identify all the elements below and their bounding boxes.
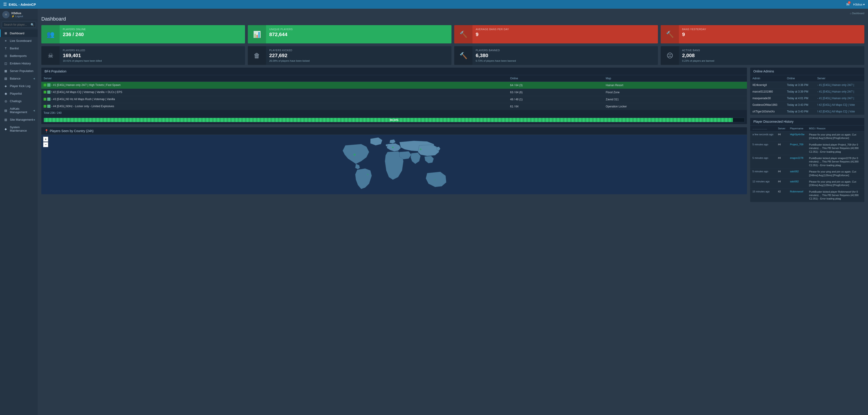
disc-time-cell: 15 minutes ago xyxy=(750,188,776,202)
table-row: masquerade30 Today at 4:01 PM - #1 [E4GL… xyxy=(750,95,864,102)
mail-button[interactable]: ✉ 1 xyxy=(846,2,849,7)
disc-server-cell: #4 xyxy=(776,142,787,155)
sidebar-item-server-population[interactable]: ▦ Server Population xyxy=(0,67,38,75)
left-column: BF4 Population Server Online Map xyxy=(41,68,747,205)
sidebar-item-battlereports[interactable]: ⊟ Battlereports xyxy=(0,52,38,60)
table-row[interactable]: - #4 [E4GL] 60Hz - Locker only - Limited… xyxy=(41,103,747,110)
bans-yesterday-label: BANS YESTERDAY xyxy=(682,28,861,31)
admin-name-cell: marcel31101980 xyxy=(750,88,785,95)
balance-icon: ▧ xyxy=(3,77,8,80)
breadcrumb: ⌂ Dashboard xyxy=(41,12,864,14)
table-row[interactable]: ! #2 [E4GL] All Maps CQ | Votemap | Vani… xyxy=(41,89,747,96)
player-link[interactable]: eragon2278 xyxy=(790,156,803,159)
disc-player-cell[interactable]: HighSp4rr0w xyxy=(787,131,807,142)
bans-yesterday-icon-box: 🔨 xyxy=(661,25,679,43)
stat-players-killed: ☠ PLAYERS KILLED 169,401 19.41% of playe… xyxy=(41,46,245,65)
disc-player-cell[interactable]: Project_709 xyxy=(787,142,807,155)
admin-name-cell: masquerade30 xyxy=(750,95,785,102)
svg-point-2 xyxy=(353,154,355,156)
avg-bans-icon-box: 🔨 xyxy=(454,25,472,43)
players-online-value: 236 / 240 xyxy=(63,32,242,37)
sidebar-item-playerlist[interactable]: ◉ Playerlist xyxy=(0,90,38,97)
sidebar-item-dashboard[interactable]: ⊞ Dashboard xyxy=(0,29,38,37)
population-panel: BF4 Population Server Online Map xyxy=(41,68,747,124)
avg-bans-info: AVERAGE BANS PER DAY 9 xyxy=(472,25,658,43)
sidebar-item-label: Battlereports xyxy=(10,54,27,58)
players-online-icon-box: 👥 xyxy=(41,25,60,43)
online-admins-title: Online Admins xyxy=(753,69,774,73)
admin-server-cell: - #1 [E4GL] Hainan only 24/7 | xyxy=(815,95,864,102)
disc-player-cell[interactable]: eragon2278 xyxy=(787,155,807,169)
players-online-info: PLAYERS ONLINE 236 / 240 xyxy=(60,25,245,43)
banlist-icon: T xyxy=(3,47,8,50)
sidebar-item-player-kick-log[interactable]: ◈ Player Kick Log xyxy=(0,82,38,90)
sidebar-item-label: AdKats Management xyxy=(10,107,33,114)
disc-msg-cell: PunkBuster kicked player Project_709 (fo… xyxy=(807,142,864,155)
admin-online-cell: Today at 3:39 PM xyxy=(785,88,815,95)
server-online-cell: 48 / 48 (1) xyxy=(508,96,603,103)
disc-server-cell: #4 xyxy=(776,178,787,188)
svg-point-5 xyxy=(435,179,436,180)
avg-bans-value: 9 xyxy=(476,32,655,37)
playerlist-icon: ◉ xyxy=(3,92,8,95)
sidebar-item-label: Balance xyxy=(10,77,21,80)
players-banned-icon-box: 🔨 xyxy=(454,46,472,65)
active-bans-value: 2,008 xyxy=(682,53,861,59)
sidebar-item-banlist[interactable]: T Banlist xyxy=(0,45,38,52)
sidebar-item-balance[interactable]: ▧ Balance ◀ xyxy=(0,75,38,82)
svg-point-4 xyxy=(420,149,422,150)
sidebar-item-adkats[interactable]: ▤ AdKats Management ◀ xyxy=(0,105,38,116)
site-mgmt-arrow: ◀ xyxy=(33,118,35,121)
player-link[interactable]: Project_709 xyxy=(790,143,803,146)
sidebar-item-live-scoreboard[interactable]: ≡ Live Scoreboard xyxy=(0,37,38,45)
progress-bar-label: 98.33% xyxy=(390,119,398,121)
sidebar-item-label: Dashboard xyxy=(10,32,25,35)
players-kicked-sub: 26.09% of players have been kicked xyxy=(269,59,448,62)
pop-total: Total 236 / 240 xyxy=(41,110,747,116)
list-item: 5 minutes ago #4 eragon2278 PunkBuster k… xyxy=(750,155,864,169)
user-menu[interactable]: H3dius ▾ xyxy=(853,3,865,6)
disc-player-cell[interactable]: salo582 xyxy=(787,169,807,179)
server-map-cell: Operation Locker xyxy=(603,103,747,110)
disconnected-table: ..................... Server Playername … xyxy=(750,125,864,202)
sidebar-item-emblem-history[interactable]: ◫ Emblem History xyxy=(0,60,38,67)
disc-time-cell: a few seconds ago xyxy=(750,131,776,142)
admin-name-cell: GoddessOfWar1993 xyxy=(750,102,785,108)
world-map-svg xyxy=(41,135,747,194)
sidebar-item-system-maintenance[interactable]: ◆ System Maintenance xyxy=(0,123,38,135)
sidebar-item-site-management[interactable]: ▥ Site Management ◀ xyxy=(0,116,38,123)
disc-player-cell[interactable]: salo582 xyxy=(787,178,807,188)
pop-col-online: Online xyxy=(508,75,603,82)
table-row[interactable]: - #1 [E4GL] Hainan only 24/7 | High Tick… xyxy=(41,82,747,89)
disconnected-panel: Player Disconnected History ............… xyxy=(750,118,864,202)
unique-players-icon: 📊 xyxy=(253,31,261,38)
server-name-cell: - #1 [E4GL] Hainan only 24/7 | High Tick… xyxy=(41,82,508,89)
zoom-in-button[interactable]: + xyxy=(43,137,48,142)
disc-player-cell[interactable]: Robinnwoof xyxy=(787,188,807,202)
stat-players-kicked: 🗑 PLAYERS KICKED 227,692 26.09% of playe… xyxy=(248,46,452,65)
player-link[interactable]: salo582 xyxy=(790,180,799,183)
hamburger-icon[interactable]: ☰ xyxy=(3,2,7,7)
player-link[interactable]: Robinnwoof xyxy=(790,190,803,193)
list-item: 5 minutes ago #4 salo582 Please fix your… xyxy=(750,169,864,179)
sidebar-item-label: Server Population xyxy=(10,69,33,73)
progress-bar-wrap: 98.33% xyxy=(41,116,747,124)
kick-log-icon: ◈ xyxy=(3,84,8,88)
disc-col-msg: MSG / Reason xyxy=(807,125,864,131)
sidebar-item-chatlogs[interactable]: ◎ Chatlogs xyxy=(0,97,38,105)
disc-server-cell: #4 xyxy=(776,169,787,179)
zoom-out-button[interactable]: − xyxy=(43,142,48,147)
map-panel: 📍 Players Seen by Country (24h) + − xyxy=(41,127,747,194)
population-panel-body: Server Online Map - #1 [E4GL] Hainan onl… xyxy=(41,75,747,124)
site-mgmt-icon: ▥ xyxy=(3,118,8,121)
player-link[interactable]: HighSp4rr0w xyxy=(790,133,805,136)
navbar: ☰ E4GL - AdminCP ✉ 1 H3dius ▾ xyxy=(0,0,868,9)
sys-maint-icon: ◆ xyxy=(3,127,8,131)
table-row[interactable]: - #3 [E4GL] 60 Hz All Maps Rush | Votema… xyxy=(41,96,747,103)
disc-msg-cell: PunkBuster kicked player Robinnwoof (for… xyxy=(807,188,864,202)
players-banned-sub: 0.73% of players have been banned xyxy=(476,59,655,62)
player-link[interactable]: salo582 xyxy=(790,170,799,173)
list-item: a few seconds ago #4 HighSp4rr0w Please … xyxy=(750,131,864,142)
logout-button[interactable]: ⚡ Logout xyxy=(11,15,23,18)
server-online-cell: 61 / 64 xyxy=(508,103,603,110)
